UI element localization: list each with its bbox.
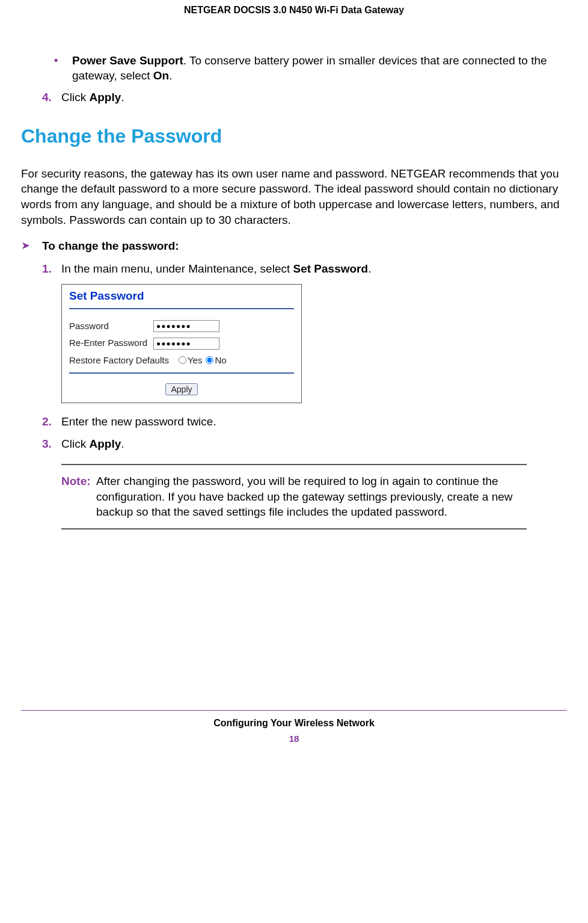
step-4-number: 4. bbox=[42, 90, 61, 105]
password-label: Password bbox=[69, 320, 153, 332]
reenter-password-input[interactable] bbox=[153, 338, 219, 350]
restore-yes-label: Yes bbox=[188, 354, 202, 366]
chevron-right-icon: ➤ bbox=[21, 238, 42, 254]
procedure-heading: ➤ To change the password: bbox=[21, 238, 567, 254]
step-4: 4. Click Apply. bbox=[42, 90, 567, 105]
heading-change-password: Change the Password bbox=[21, 123, 567, 149]
step-3-bold: Apply bbox=[89, 437, 121, 450]
step-1-post: . bbox=[368, 262, 371, 275]
restore-no-label: No bbox=[215, 354, 226, 366]
intro-paragraph: For security reasons, the gateway has it… bbox=[21, 166, 567, 228]
note-label: Note: bbox=[61, 474, 96, 520]
step-1-text: In the main menu, under Maintenance, sel… bbox=[61, 261, 371, 277]
step-3-text: Click Apply. bbox=[61, 436, 124, 452]
restore-defaults-label: Restore Factory Defaults bbox=[69, 354, 169, 366]
step-3-pre: Click bbox=[61, 437, 89, 450]
step-2: 2. Enter the new password twice. bbox=[42, 414, 567, 430]
step-3-post: . bbox=[121, 437, 124, 450]
bullet-icon: • bbox=[54, 53, 72, 84]
password-input[interactable] bbox=[153, 320, 219, 332]
bullet-text: Power Save Support. To conserve battery … bbox=[72, 53, 567, 84]
step-3-number: 3. bbox=[42, 436, 61, 452]
note-block: Note: After changing the password, you w… bbox=[61, 464, 527, 529]
note-text: After changing the password, you will be… bbox=[96, 474, 527, 520]
screenshot-title: Set Password bbox=[62, 288, 301, 309]
step-4-text: Click Apply. bbox=[61, 90, 124, 105]
divider bbox=[69, 308, 294, 309]
bullet-label: Power Save Support bbox=[72, 54, 183, 67]
footer-section-title: Configuring Your Wireless Network bbox=[21, 717, 567, 730]
step-1-pre: In the main menu, under Maintenance, sel… bbox=[61, 262, 293, 275]
restore-no-radio[interactable] bbox=[206, 356, 213, 364]
step-4-bold: Apply bbox=[89, 91, 121, 103]
step-2-text: Enter the new password twice. bbox=[61, 414, 216, 430]
bullet-period: . bbox=[169, 69, 172, 82]
step-1-bold: Set Password bbox=[293, 262, 369, 275]
apply-button[interactable]: Apply bbox=[165, 383, 197, 395]
reenter-password-label: Re-Enter Password bbox=[69, 337, 153, 349]
divider bbox=[69, 372, 294, 374]
password-row: Password bbox=[62, 320, 301, 332]
footer-page-number: 18 bbox=[21, 733, 567, 745]
page-footer: Configuring Your Wireless Network 18 bbox=[21, 710, 567, 745]
restore-yes-radio[interactable] bbox=[179, 356, 186, 364]
step-1: 1. In the main menu, under Maintenance, … bbox=[42, 261, 567, 277]
bullet-power-save: • Power Save Support. To conserve batter… bbox=[54, 53, 567, 84]
bullet-on: On bbox=[153, 69, 169, 82]
document-header: NETGEAR DOCSIS 3.0 N450 Wi-Fi Data Gatew… bbox=[21, 0, 567, 53]
restore-defaults-row: Restore Factory Defaults Yes No bbox=[62, 354, 301, 366]
set-password-screenshot: Set Password Password Re-Enter Password … bbox=[61, 284, 302, 403]
procedure-title: To change the password: bbox=[42, 238, 179, 254]
step-1-number: 1. bbox=[42, 261, 61, 277]
step-2-number: 2. bbox=[42, 414, 61, 430]
step-4-pre: Click bbox=[61, 91, 89, 103]
reenter-password-row: Re-Enter Password bbox=[62, 337, 301, 349]
step-4-post: . bbox=[121, 91, 124, 103]
step-3: 3. Click Apply. bbox=[42, 436, 567, 452]
